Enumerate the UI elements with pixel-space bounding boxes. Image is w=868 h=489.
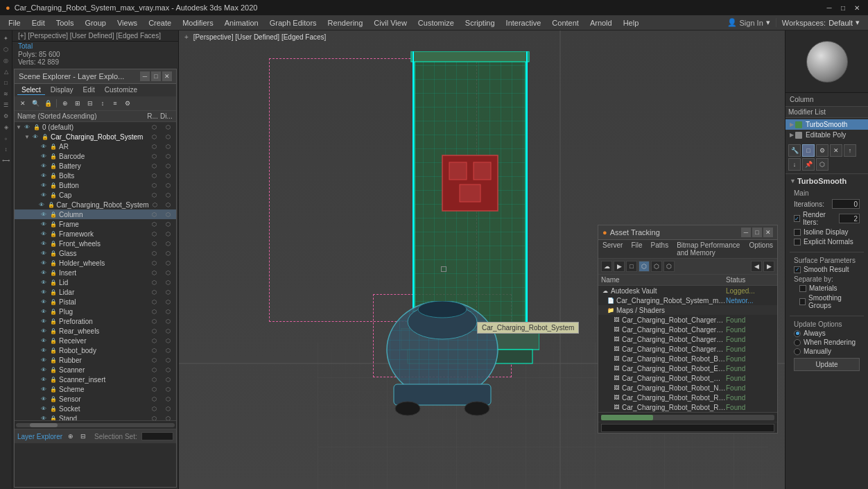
scene-explorer-item[interactable]: 👁🔒Cap⬡⬡ bbox=[15, 190, 176, 200]
asset-tracking-item[interactable]: 🖼Car_Charging_Robot_Charger_Metallic.png… bbox=[598, 325, 777, 334]
ts-smoothing-checkbox[interactable] bbox=[799, 298, 806, 305]
tab-select[interactable]: Select bbox=[17, 85, 45, 95]
visibility-icon[interactable]: 👁 bbox=[40, 336, 48, 345]
scene-explorer-item[interactable]: 👁🔒Holder_wheels⬡⬡ bbox=[15, 258, 176, 268]
ts-isoline-checkbox[interactable] bbox=[794, 229, 801, 236]
scene-explorer-item[interactable]: ▼👁🔒Car_Charging_Robot_System⬡⬡ bbox=[15, 132, 176, 141]
asset-tracking-item[interactable]: 🖼Car_Charging_Robot_Robot_Metallic.pngFo… bbox=[598, 373, 777, 383]
se-close-button[interactable]: ✕ bbox=[162, 71, 172, 81]
at-menu-server[interactable]: Server bbox=[598, 240, 627, 258]
menu-file[interactable]: File bbox=[3, 17, 26, 28]
visibility-icon[interactable]: 👁 bbox=[40, 327, 48, 335]
lock-icon[interactable]: 🔒 bbox=[49, 220, 58, 228]
asset-tracking-item[interactable]: 🖼Car_Charging_Robot_Charger_BaseColor.pn… bbox=[598, 315, 777, 325]
scene-explorer-item[interactable]: 👁🔒Battery⬡⬡ bbox=[15, 161, 176, 171]
lock-icon[interactable]: 🔒 bbox=[49, 191, 58, 199]
left-icon-11[interactable]: ↕ bbox=[1, 144, 11, 154]
scene-explorer-item[interactable]: ▼👁🔒0 (default)⬡⬡ bbox=[15, 122, 176, 132]
lock-icon[interactable]: 🔒 bbox=[49, 278, 58, 286]
menu-scripting[interactable]: Scripting bbox=[460, 17, 501, 28]
visibility-icon[interactable]: 👁 bbox=[40, 385, 48, 393]
se-tool-config[interactable]: ⚙ bbox=[122, 98, 133, 109]
at-restore-button[interactable]: □ bbox=[752, 228, 762, 237]
lock-icon[interactable]: 🔒 bbox=[49, 268, 58, 277]
maximize-button[interactable]: □ bbox=[837, 2, 849, 13]
lock-icon[interactable]: 🔒 bbox=[49, 404, 58, 413]
left-icon-1[interactable]: ✦ bbox=[1, 33, 11, 43]
at-tool-1[interactable]: ☁ bbox=[601, 261, 612, 272]
visibility-icon[interactable]: 👁 bbox=[40, 395, 48, 403]
visibility-icon[interactable]: 👁 bbox=[31, 132, 40, 141]
visibility-icon[interactable]: 👁 bbox=[40, 259, 48, 267]
scene-explorer-item[interactable]: 👁🔒Framework⬡⬡ bbox=[15, 229, 176, 239]
se-tool-hierarchy[interactable]: ⊕ bbox=[60, 98, 71, 109]
visibility-icon[interactable]: 👁 bbox=[40, 220, 48, 228]
menu-interactive[interactable]: Interactive bbox=[501, 17, 547, 28]
visibility-icon[interactable]: 👁 bbox=[40, 307, 48, 316]
visibility-icon[interactable]: 👁 bbox=[40, 230, 48, 238]
lock-icon[interactable]: 🔒 bbox=[49, 181, 58, 189]
visibility-icon[interactable]: 👁 bbox=[40, 298, 48, 306]
at-menu-bitmap[interactable]: Bitmap Performance and Memory bbox=[672, 240, 745, 258]
at-status-input[interactable] bbox=[601, 424, 774, 432]
scene-explorer-item[interactable]: 👁🔒Robot_body⬡⬡ bbox=[15, 345, 176, 355]
scene-explorer-item[interactable]: 👁🔒Plug⬡⬡ bbox=[15, 307, 176, 316]
menu-help[interactable]: Help bbox=[618, 17, 645, 28]
lock-icon[interactable]: 🔒 bbox=[49, 249, 58, 257]
rp-tool-box[interactable]: □ bbox=[802, 144, 815, 157]
at-tool-2[interactable]: ▶ bbox=[614, 261, 625, 272]
ts-update-button[interactable]: Update bbox=[794, 358, 860, 371]
menu-create[interactable]: Create bbox=[143, 17, 177, 28]
scene-explorer-item[interactable]: 👁🔒Front_wheels⬡⬡ bbox=[15, 239, 176, 248]
asset-tracking-item[interactable]: 🖼Car_Charging_Robot_Robot_Refraction.png… bbox=[598, 393, 777, 402]
se-footer-btn1[interactable]: ⊕ bbox=[65, 431, 76, 442]
workspaces-dropdown-icon[interactable]: ▾ bbox=[856, 18, 860, 27]
lock-icon[interactable]: 🔒 bbox=[49, 210, 58, 218]
visibility-icon[interactable]: 👁 bbox=[40, 162, 48, 170]
workspaces-value[interactable]: Default bbox=[828, 19, 853, 27]
at-close-button[interactable]: ✕ bbox=[763, 228, 773, 237]
ts-explicit-checkbox[interactable] bbox=[794, 239, 801, 246]
scene-explorer-item[interactable]: 👁🔒Frame⬡⬡ bbox=[15, 219, 176, 229]
visibility-icon[interactable]: 👁 bbox=[38, 200, 46, 209]
left-icon-7[interactable]: ☰ bbox=[1, 100, 11, 110]
scene-explorer-item[interactable]: 👁🔒Scheme⬡⬡ bbox=[15, 384, 176, 394]
rp-tool-gear[interactable]: ⚙ bbox=[816, 144, 828, 157]
menu-group[interactable]: Group bbox=[79, 17, 112, 28]
lock-icon[interactable]: 🔒 bbox=[49, 385, 58, 393]
lock-icon[interactable]: 🔒 bbox=[49, 307, 58, 316]
visibility-icon[interactable]: 👁 bbox=[40, 181, 48, 189]
visibility-icon[interactable]: 👁 bbox=[40, 152, 48, 160]
rp-tool-config[interactable]: ⬡ bbox=[816, 158, 828, 171]
menu-tools[interactable]: Tools bbox=[51, 17, 80, 28]
lock-icon[interactable]: 🔒 bbox=[49, 414, 58, 420]
lock-icon[interactable]: 🔒 bbox=[49, 239, 58, 248]
lock-icon[interactable]: 🔒 bbox=[49, 327, 58, 335]
scene-explorer-item[interactable]: 👁🔒Stand⬡⬡ bbox=[15, 413, 176, 420]
asset-tracking-item[interactable]: 📄Car_Charging_Robot_System_max_vray.maxN… bbox=[598, 295, 777, 305]
ts-materials-checkbox[interactable] bbox=[799, 285, 806, 292]
signin-label[interactable]: Sign In bbox=[740, 19, 763, 27]
modifier-editable-poly[interactable]: ▶ Editable Poly bbox=[785, 130, 868, 140]
at-tool-4[interactable]: ⬡ bbox=[639, 261, 650, 272]
se-tool-expand[interactable]: ⊞ bbox=[72, 98, 83, 109]
at-tool-3[interactable]: □ bbox=[626, 261, 637, 272]
visibility-icon[interactable]: 👁 bbox=[40, 366, 48, 374]
visibility-icon[interactable]: 👁 bbox=[40, 375, 48, 384]
lock-icon[interactable]: 🔒 bbox=[49, 298, 58, 306]
menu-arnold[interactable]: Arnold bbox=[584, 17, 618, 28]
visibility-icon[interactable]: 👁 bbox=[40, 404, 48, 413]
left-icon-5[interactable]: □ bbox=[1, 78, 11, 87]
menu-animation[interactable]: Animation bbox=[219, 17, 264, 28]
se-tool-filter[interactable]: ✕ bbox=[17, 98, 28, 109]
left-icon-2[interactable]: ⬡ bbox=[1, 44, 11, 54]
selection-set-input[interactable] bbox=[141, 432, 173, 440]
asset-tracking-item[interactable]: 🖼Car_Charging_Robot_Robot_Emissive.pngFo… bbox=[598, 363, 777, 373]
ts-render-iters-checkbox[interactable] bbox=[794, 215, 800, 222]
lock-icon[interactable]: 🔒 bbox=[49, 171, 58, 180]
at-tool-5[interactable]: ⬡ bbox=[651, 261, 662, 272]
at-prev-button[interactable]: ◀ bbox=[751, 261, 762, 272]
asset-tracking-item[interactable]: 🖼Car_Charging_Robot_Robot_Roughness.pngF… bbox=[598, 402, 777, 412]
lock-icon[interactable]: 🔒 bbox=[49, 356, 58, 364]
left-icon-9[interactable]: ◈ bbox=[1, 122, 11, 132]
